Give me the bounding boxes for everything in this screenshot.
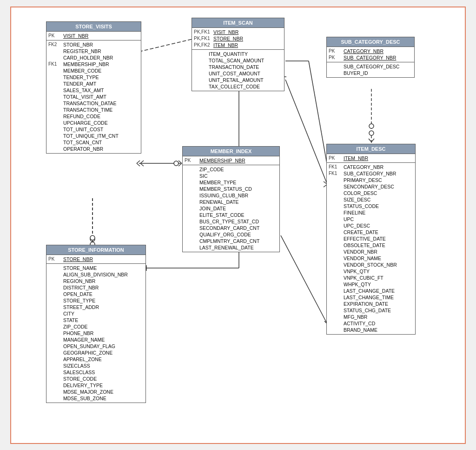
field-expiration-date: EXPIRATION_DATE xyxy=(344,301,388,307)
sub-category-desc-table: SUB_CATEGORY_DESC PKCATEGORY_NBR PKSUB_C… xyxy=(326,37,415,78)
store-visits-header: STORE_VISITS xyxy=(46,22,141,32)
field-apparel-zone: APPAREL_ZONE xyxy=(63,356,102,362)
field-total-visit-amt: TOTAL_VISIT_AMT xyxy=(63,94,106,100)
field-sic: SIC xyxy=(199,173,208,179)
field-district-nbr: DISTRICT_NBR xyxy=(63,285,99,290)
field-sub-category-nbr: SUB_CATEGORY_NBR xyxy=(344,55,396,60)
pk-label: PK xyxy=(48,33,63,38)
field-street-addr: STREET_ADDR xyxy=(63,304,99,310)
svg-line-11 xyxy=(140,161,144,163)
item-desc-header: ITEM_DESC xyxy=(327,144,415,154)
field-zip-code-mi: ZIP_CODE xyxy=(199,167,224,172)
field-tot-scan-cnt: TOT_SCAN_CNT xyxy=(63,140,102,145)
field-card-holder-nbr: CARD_HOLDER_NBR xyxy=(63,55,113,60)
svg-line-9 xyxy=(137,161,140,163)
field-city: CITY xyxy=(63,311,74,316)
field-upcharge-code: UPCHARGE_CODE xyxy=(63,120,108,126)
store-visits-body: FK2STORE_NBR REGISTER_NBR CARD_HOLDER_NB… xyxy=(46,40,141,153)
field-visit-nbr: VISIT_NBR xyxy=(63,33,88,39)
svg-point-13 xyxy=(174,161,178,166)
pk-label: PK xyxy=(329,48,344,54)
field-obsolete-date: OBSOLETE_DATE xyxy=(344,242,385,248)
svg-line-15 xyxy=(178,163,182,166)
field-issuing-club-nbr: ISSUING_CLUB_NBR xyxy=(199,193,248,198)
pk-label: PK xyxy=(329,55,344,60)
field-mdse-sub-zone: MDSE_SUB_ZONE xyxy=(63,396,106,401)
field-vnpk-cubic-ft: VNPK_CUBIC_FT xyxy=(344,275,383,281)
fk1b-label: FK1 xyxy=(329,171,344,176)
field-tender-amt: TENDER_AMT xyxy=(63,81,96,87)
store-visits-pk: PK VISIT_NBR xyxy=(46,32,141,40)
field-category-nbr: CATEGORY_NBR xyxy=(344,48,383,54)
item-scan-body: ITEM_QUANTITY TOTAL_SCAN_AMOUNT TRANSACT… xyxy=(192,50,284,91)
svg-line-0 xyxy=(139,39,192,52)
field-store-type: STORE_TYPE xyxy=(63,298,95,303)
pkfk1b-label: PK,FK1 xyxy=(194,36,213,41)
field-tax-collect-code: TAX_COLLECT_CODE xyxy=(209,84,260,89)
field-register-nbr: REGISTER_NBR xyxy=(63,48,101,54)
field-brand-name: BRAND_NAME xyxy=(344,327,377,333)
field-unit-cost-amount: UNIT_COST_AMOUNT xyxy=(209,71,260,76)
pk-label: PK xyxy=(48,256,63,262)
field-tot-unique-itm-cnt: TOT_UNIQUE_ITM_CNT xyxy=(63,133,119,139)
field-elite-stat-code: ELITE_STAT_CODE xyxy=(199,212,244,218)
field-last-change-date: LAST_CHANGE_DATE xyxy=(344,288,395,294)
field-vendor-stock-nbr: VENDOR_STOCK_NBR xyxy=(344,262,397,268)
svg-line-10 xyxy=(137,163,140,166)
field-vendor-nbr: VENDOR_NBR xyxy=(344,249,377,255)
svg-line-16 xyxy=(285,80,327,184)
field-vendor-name: VENDOR_NAME xyxy=(344,255,381,261)
field-vnpk-qty: VNPK_QTY xyxy=(344,269,370,274)
field-sizeclass: SIZECLASS xyxy=(63,363,90,369)
field-member-code: MEMBER_CODE xyxy=(63,68,101,74)
field-bus-cr-type-stat-cd: BUS_CR_TYPE_STAT_CD xyxy=(199,219,259,224)
field-delivery-type: DELIVERY_TYPE xyxy=(63,383,103,388)
svg-point-24 xyxy=(369,131,374,135)
field-transaction-datae: TRANSACTION_DATAE xyxy=(63,101,117,106)
field-manager-name: MANAGER_NAME xyxy=(63,337,105,343)
field-sales-tax-amt: SALES_TAX_AMT xyxy=(63,87,104,93)
field-item-nbr-is: ITEM_NBR xyxy=(213,42,238,48)
field-item-nbr-id: ITEM_NBR xyxy=(344,155,368,161)
store-information-body: STORE_NAME ALIGN_SUB_DIVISION_NBR REGION… xyxy=(46,264,145,403)
pk-label: PK xyxy=(329,155,344,161)
sub-category-desc-header: SUB_CATEGORY_DESC xyxy=(327,37,414,47)
field-tot-unit-cost: TOT_UNIT_COST xyxy=(63,127,103,132)
field-member-type: MEMBER_TYPE xyxy=(199,180,236,185)
member-index-table: MEMBER_INDEX PKMEMBERSHIP_NBR ZIP_CODE S… xyxy=(182,146,280,252)
fk1-label: FK1 xyxy=(329,164,344,169)
svg-line-38 xyxy=(281,235,327,324)
svg-line-29 xyxy=(309,61,327,166)
field-membership-nbr-mi: MEMBERSHIP_NBR xyxy=(199,158,245,163)
svg-line-14 xyxy=(178,161,182,163)
field-transaction-date: TRANSACTION_DATE xyxy=(209,64,259,70)
field-primary-desc: PRIMARY_DESC xyxy=(344,177,382,183)
field-activity-cd: ACTIVITY_CD xyxy=(344,321,375,326)
field-last-renewal-date: LAST_RENEWAL_DATE xyxy=(199,245,254,250)
field-phone-nbr: PHONE_NBR xyxy=(63,330,93,336)
item-desc-pk: PKITEM_NBR xyxy=(327,154,415,163)
field-open-date: OPEN_DATE xyxy=(63,291,93,297)
field-store-nbr-si: STORE_NBR xyxy=(63,256,93,262)
field-refund-code: REFUND_CODE xyxy=(63,114,100,119)
field-join-date: JOIN_DATE xyxy=(199,206,226,211)
field-upc: UPC xyxy=(344,216,354,222)
field-member-status-cd: MEMBER_STATUS_CD xyxy=(199,186,252,192)
sub-category-desc-body: SUB_CATEGORY_DESC BUYER_ID xyxy=(327,62,414,77)
item-desc-table: ITEM_DESC PKITEM_NBR FK1CATEGORY_NBR FK1… xyxy=(326,144,416,335)
field-mfg-nbr: MFG_NBR xyxy=(344,314,367,320)
store-information-pk: PKSTORE_NBR xyxy=(46,255,145,264)
field-salesclass: SALESCLASS xyxy=(63,369,95,375)
svg-point-5 xyxy=(90,237,95,242)
field-membership-nbr: MEMBERSHIP_NBR xyxy=(63,61,109,67)
field-create-date: CREATE_DATE xyxy=(344,229,378,235)
member-index-body: ZIP_CODE SIC MEMBER_TYPE MEMBER_STATUS_C… xyxy=(183,165,279,252)
store-information-header: STORE_INFORMATION xyxy=(46,245,145,255)
field-effective-date: EFFECTIVE_DATE xyxy=(344,236,386,242)
field-buyer-id: BUYER_ID xyxy=(344,70,368,76)
field-upc-desc: UPC_DESC xyxy=(344,223,370,228)
er-diagram-canvas: STORE_VISITS PK VISIT_NBR FK2STORE_NBR R… xyxy=(10,7,466,444)
store-information-table: STORE_INFORMATION PKSTORE_NBR STORE_NAME… xyxy=(46,245,146,403)
sub-category-desc-pk: PKCATEGORY_NBR PKSUB_CATEGORY_NBR xyxy=(327,47,414,62)
svg-line-26 xyxy=(371,139,374,142)
